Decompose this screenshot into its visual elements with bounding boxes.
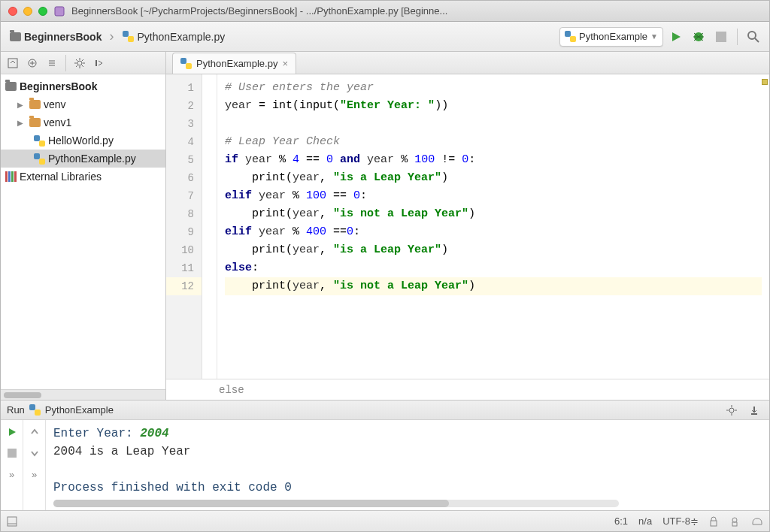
gear-icon[interactable]: [71, 54, 89, 72]
rerun-icon[interactable]: [5, 425, 20, 440]
lock-icon[interactable]: [709, 516, 718, 527]
code-line[interactable]: # Leap Year Check: [225, 133, 762, 151]
project-tree[interactable]: BeginnersBook ▶ venv ▶ venv1 HelloWorld.…: [1, 74, 165, 389]
scrollbar-thumb[interactable]: [53, 500, 449, 507]
library-icon: [5, 171, 17, 182]
project-icon: [53, 5, 65, 17]
tree-item-label: External Libraries: [20, 171, 102, 183]
line-number: 6: [166, 169, 202, 187]
code-line[interactable]: elif year % 400 ==0:: [225, 223, 762, 241]
expand-icon[interactable]: [23, 54, 41, 72]
code-line[interactable]: # User enters the year: [225, 79, 762, 97]
tree-external-libraries[interactable]: External Libraries: [1, 168, 165, 186]
run-config-label: PythonExample: [579, 31, 647, 42]
tree-folder[interactable]: ▶ venv1: [1, 113, 165, 131]
tool-window-settings-icon[interactable]: [723, 401, 741, 419]
editor-breadcrumb-bottom[interactable]: else: [166, 379, 769, 400]
python-file-icon: [180, 58, 192, 69]
more-icon[interactable]: »: [5, 467, 20, 482]
debug-button[interactable]: [689, 27, 708, 47]
cursor-position[interactable]: 6:1: [614, 515, 628, 527]
up-arrow-icon[interactable]: [27, 425, 42, 440]
more-icon[interactable]: »: [27, 467, 42, 482]
svg-line-8: [755, 38, 759, 42]
main-area: BeginnersBook ▶ venv ▶ venv1 HelloWorld.…: [1, 52, 769, 400]
stop-icon[interactable]: [5, 446, 20, 461]
console-scrollbar[interactable]: [53, 500, 619, 507]
scroll-from-source-icon[interactable]: [4, 54, 22, 72]
breadcrumb-project[interactable]: BeginnersBook: [7, 27, 120, 47]
svg-line-23: [76, 65, 77, 67]
folder-icon: [29, 118, 41, 127]
editor-scope-label: else: [219, 384, 244, 396]
maximize-icon[interactable]: [38, 7, 47, 16]
notifications-icon[interactable]: [751, 515, 763, 527]
minimize-icon[interactable]: [23, 7, 32, 16]
tree-file-selected[interactable]: PythonExample.py: [1, 150, 165, 168]
svg-rect-33: [8, 449, 17, 458]
editor-tab-label: PythonExample.py: [196, 58, 277, 69]
close-tab-icon[interactable]: ×: [282, 58, 288, 69]
code-line[interactable]: year = int(input("Enter Year: ")): [225, 97, 762, 115]
svg-line-24: [82, 59, 83, 61]
code-line[interactable]: print(year, "is not a Leap Year"): [225, 277, 762, 295]
code-line[interactable]: else:: [225, 259, 762, 277]
line-number: 4: [166, 133, 202, 151]
line-number: 1: [166, 79, 202, 97]
tree-root[interactable]: BeginnersBook: [1, 77, 165, 95]
console-user-input: 2004: [140, 427, 168, 440]
svg-rect-38: [732, 522, 737, 526]
console-prompt: Enter Year:: [53, 427, 140, 440]
svg-rect-9: [8, 59, 17, 68]
tool-windows-icon[interactable]: [7, 516, 17, 527]
code-line[interactable]: if year % 4 == 0 and year % 100 != 0:: [225, 151, 762, 169]
line-number: 10: [166, 241, 202, 259]
tree-item-label: venv: [44, 98, 66, 110]
python-file-icon: [34, 153, 45, 165]
window-titlebar: BeginnersBook [~/PycharmProjects/Beginne…: [1, 1, 769, 22]
code-line[interactable]: [225, 115, 762, 133]
stop-button[interactable]: [711, 27, 731, 47]
tree-folder[interactable]: ▶ venv: [1, 95, 165, 113]
search-button[interactable]: [744, 27, 763, 47]
down-arrow-icon[interactable]: [27, 446, 42, 461]
file-encoding[interactable]: UTF-8≑: [662, 515, 699, 527]
python-file-icon: [34, 135, 45, 147]
scrollbar-thumb[interactable]: [4, 392, 41, 398]
code-editor[interactable]: 123456789101112 # User enters the yearye…: [166, 74, 769, 379]
tree-file[interactable]: HelloWorld.py: [1, 131, 165, 150]
editor-tab-active[interactable]: PythonExample.py ×: [172, 53, 296, 74]
code-line[interactable]: print(year, "is not a Leap Year"): [225, 205, 762, 223]
run-configuration-selector[interactable]: PythonExample ▼: [559, 27, 663, 47]
svg-rect-36: [711, 521, 717, 526]
collapse-icon[interactable]: [43, 54, 61, 72]
close-icon[interactable]: [8, 7, 17, 16]
console-output-line: 2004 is a Leap Year: [53, 443, 762, 461]
chevron-right-icon[interactable]: ▶: [17, 101, 26, 109]
code-line[interactable]: print(year, "is a Leap Year"): [225, 241, 762, 259]
svg-marker-1: [672, 32, 681, 41]
editor-area: PythonExample.py × 123456789101112 # Use…: [166, 52, 769, 400]
chevron-right-icon[interactable]: ▶: [17, 119, 26, 127]
inspection-icon[interactable]: [729, 515, 741, 527]
fold-gutter: [202, 74, 217, 379]
chevron-down-icon: ▼: [650, 32, 658, 41]
svg-line-21: [76, 59, 77, 61]
run-config-name: PythonExample: [45, 404, 114, 416]
console-exit-line: Process finished with exit code 0: [53, 479, 762, 497]
hide-icon[interactable]: [90, 54, 108, 72]
insert-mode[interactable]: n/a: [638, 515, 652, 527]
run-button[interactable]: [666, 27, 686, 47]
code-line[interactable]: elif year % 100 == 0:: [225, 187, 762, 205]
sidebar-scrollbar[interactable]: [1, 389, 165, 400]
warning-stripe-icon[interactable]: [762, 79, 768, 85]
line-number: 11: [166, 259, 202, 277]
code-content[interactable]: # User enters the yearyear = int(input("…: [217, 74, 769, 379]
breadcrumb-file[interactable]: PythonExample.py: [120, 27, 238, 47]
run-console[interactable]: Enter Year: 2004 2004 is a Leap Year Pro…: [46, 420, 769, 510]
code-line[interactable]: print(year, "is a Leap Year"): [225, 169, 762, 187]
download-icon[interactable]: [745, 401, 763, 419]
run-tool-window: Run PythonExample » » Enter Year: 2004 2…: [1, 400, 769, 510]
toolbar-divider: [737, 29, 738, 45]
window-title: BeginnersBook [~/PycharmProjects/Beginne…: [71, 5, 762, 17]
